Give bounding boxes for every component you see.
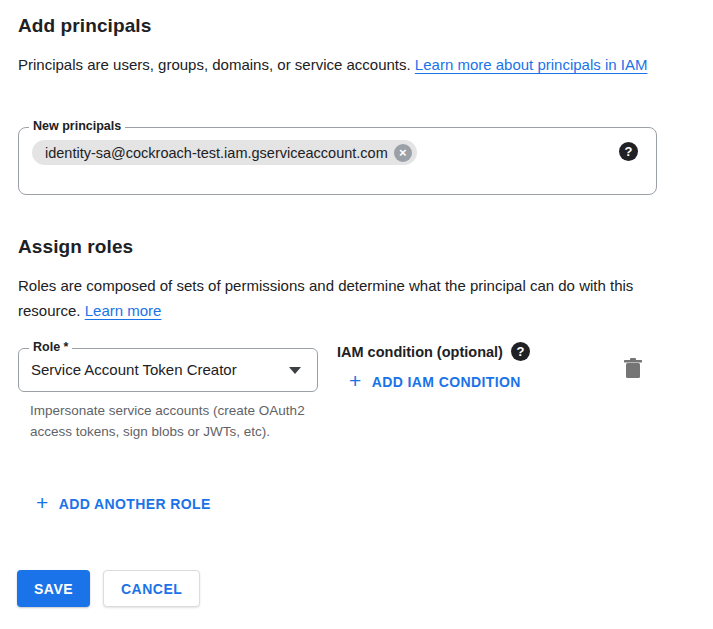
- new-principals-help-icon[interactable]: ?: [619, 142, 638, 161]
- chip-remove-icon[interactable]: ×: [394, 144, 412, 162]
- new-principals-label: New principals: [29, 119, 125, 133]
- cancel-button[interactable]: CANCEL: [103, 570, 200, 607]
- principals-description: Principals are users, groups, domains, o…: [18, 52, 673, 77]
- assign-roles-title: Assign roles: [18, 236, 133, 258]
- learn-more-principals-link[interactable]: Learn more about principals in IAM: [415, 56, 648, 73]
- add-another-role-button[interactable]: + ADD ANOTHER ROLE: [36, 493, 211, 514]
- add-iam-condition-label: ADD IAM CONDITION: [372, 374, 521, 390]
- plus-icon: +: [36, 492, 49, 513]
- trash-icon: [622, 357, 644, 381]
- delete-role-button[interactable]: [618, 353, 648, 388]
- principal-chip[interactable]: identity-sa@cockroach-test.iam.gservicea…: [32, 140, 417, 165]
- page-title: Add principals: [18, 15, 151, 37]
- assign-roles-description: Roles are composed of sets of permission…: [18, 273, 678, 323]
- new-principals-field[interactable]: New principals identity-sa@cockroach-tes…: [18, 127, 657, 195]
- role-label: Role *: [29, 340, 72, 354]
- add-iam-condition-button[interactable]: + ADD IAM CONDITION: [349, 371, 521, 392]
- plus-icon: +: [349, 370, 362, 391]
- role-selected-value: Service Account Token Creator: [31, 361, 237, 378]
- add-another-role-label: ADD ANOTHER ROLE: [59, 496, 211, 512]
- principal-chip-value: identity-sa@cockroach-test.iam.gservicea…: [45, 145, 388, 161]
- role-select[interactable]: Role * Service Account Token Creator: [18, 348, 318, 392]
- iam-condition-section: IAM condition (optional) ?: [337, 342, 530, 361]
- iam-condition-help-icon[interactable]: ?: [511, 342, 530, 361]
- iam-condition-label: IAM condition (optional): [337, 344, 503, 360]
- dropdown-arrow-icon: [289, 367, 301, 374]
- principals-description-text: Principals are users, groups, domains, o…: [18, 56, 411, 73]
- role-helper-text: Impersonate service accounts (create OAu…: [30, 400, 315, 442]
- learn-more-roles-link[interactable]: Learn more: [85, 302, 162, 319]
- save-button[interactable]: SAVE: [17, 570, 90, 607]
